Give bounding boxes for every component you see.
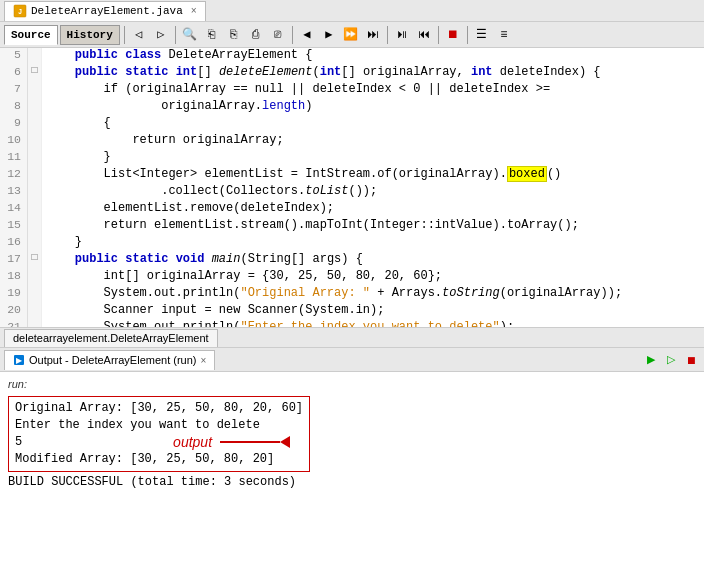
arrow-body xyxy=(220,441,280,443)
collapse-11 xyxy=(28,150,42,167)
toolbar-separator-1 xyxy=(124,26,125,44)
output-icon: ▶ xyxy=(13,354,25,366)
code-line-14: 14 elementList.remove(deleteIndex); xyxy=(0,201,704,218)
file-tab-label: DeleteArrayElement.java xyxy=(31,5,183,17)
line-number-13: 13 xyxy=(0,184,28,201)
code-content-12: List<Integer> elementList = IntStream.of… xyxy=(42,167,704,184)
toolbar-separator-2 xyxy=(175,26,176,44)
collapse-19 xyxy=(28,286,42,303)
line-number-17: 17 xyxy=(0,252,28,269)
collapse-20 xyxy=(28,303,42,320)
collapse-6[interactable]: □ xyxy=(28,65,42,82)
code-line-16: 16 } xyxy=(0,235,704,252)
run-label: run: xyxy=(8,376,696,392)
toolbar-icon-13[interactable]: ≡ xyxy=(494,25,514,45)
code-content-11: } xyxy=(42,150,704,167)
toolbar-icon-5[interactable]: ⎚ xyxy=(268,25,288,45)
output-close-btn[interactable]: × xyxy=(201,355,207,366)
toolbar-icon-12[interactable]: ☰ xyxy=(472,25,492,45)
toolbar-icon-8[interactable]: ⏩ xyxy=(341,25,361,45)
code-line-15: 15 return elementList.stream().mapToInt(… xyxy=(0,218,704,235)
line-number-12: 12 xyxy=(0,167,28,184)
source-btn[interactable]: Source xyxy=(4,25,58,45)
code-line-9: 9 { xyxy=(0,116,704,133)
code-content-21: System.out.println("Enter the index you … xyxy=(42,320,704,327)
output-line: Enter the index you want to delete xyxy=(15,417,303,434)
line-number-6: 6 xyxy=(0,65,28,82)
toolbar-back-btn[interactable]: ◁ xyxy=(129,25,149,45)
code-line-19: 19 System.out.println("Original Array: "… xyxy=(0,286,704,303)
arrow-head xyxy=(280,436,290,448)
code-content-13: .collect(Collectors.toList()); xyxy=(42,184,704,201)
toolbar-separator-4 xyxy=(387,26,388,44)
collapse-14 xyxy=(28,201,42,218)
output-play-btn[interactable]: ▶ xyxy=(642,351,660,369)
toolbar-icon-1[interactable]: 🔍 xyxy=(180,25,200,45)
svg-text:J: J xyxy=(18,8,22,16)
tab-close-btn[interactable]: × xyxy=(191,6,197,17)
toolbar-icon-6[interactable]: ◀ xyxy=(297,25,317,45)
collapse-15 xyxy=(28,218,42,235)
toolbar-icon-10[interactable]: ⏯ xyxy=(392,25,412,45)
bottom-nav-bar: deletearrayelement.DeleteArrayElement xyxy=(0,328,704,348)
class-breadcrumb-label: deletearrayelement.DeleteArrayElement xyxy=(13,332,209,344)
toolbar-icon-7[interactable]: ▶ xyxy=(319,25,339,45)
toolbar-icon-2[interactable]: ⎗ xyxy=(202,25,222,45)
toolbar-separator-5 xyxy=(438,26,439,44)
toolbar-forward-btn[interactable]: ▷ xyxy=(151,25,171,45)
toolbar: Source History ◁ ▷ 🔍 ⎗ ⎘ ⎙ ⎚ ◀ ▶ ⏩ ⏭ ⏯ ⏮… xyxy=(0,22,704,48)
code-content-10: return originalArray; xyxy=(42,133,704,150)
code-line-11: 11 } xyxy=(0,150,704,167)
toolbar-icon-3[interactable]: ⎘ xyxy=(224,25,244,45)
collapse-16 xyxy=(28,235,42,252)
arrow-line xyxy=(220,436,290,448)
code-line-17: 17□ public static void main(String[] arg… xyxy=(0,252,704,269)
code-editor: 5 public class DeleteArrayElement {6□ pu… xyxy=(0,48,704,328)
toolbar-icon-11[interactable]: ⏮ xyxy=(414,25,434,45)
collapse-17[interactable]: □ xyxy=(28,252,42,269)
line-number-10: 10 xyxy=(0,133,28,150)
annotation-label: output xyxy=(173,434,212,450)
output-stop-btn[interactable]: ⏹ xyxy=(682,351,700,369)
output-line: Original Array: [30, 25, 50, 80, 20, 60] xyxy=(15,400,303,417)
svg-text:▶: ▶ xyxy=(16,356,23,365)
class-breadcrumb[interactable]: deletearrayelement.DeleteArrayElement xyxy=(4,329,218,347)
code-line-10: 10 return originalArray; xyxy=(0,133,704,150)
output-tab[interactable]: ▶ Output - DeleteArrayElement (run) × xyxy=(4,350,215,370)
output-line: Modified Array: [30, 25, 50, 80, 20] xyxy=(15,451,303,468)
build-status: BUILD SUCCESSFUL (total time: 3 seconds) xyxy=(8,474,696,490)
toolbar-separator-3 xyxy=(292,26,293,44)
toolbar-stop-btn[interactable]: ⏹ xyxy=(443,25,463,45)
code-line-7: 7 if (originalArray == null || deleteInd… xyxy=(0,82,704,99)
line-number-20: 20 xyxy=(0,303,28,320)
file-tab[interactable]: J DeleteArrayElement.java × xyxy=(4,1,206,21)
toolbar-separator-6 xyxy=(467,26,468,44)
code-content-14: elementList.remove(deleteIndex); xyxy=(42,201,704,218)
code-content-8: originalArray.length) xyxy=(42,99,704,116)
line-number-9: 9 xyxy=(0,116,28,133)
collapse-13 xyxy=(28,184,42,201)
code-line-20: 20 Scanner input = new Scanner(System.in… xyxy=(0,303,704,320)
line-number-15: 15 xyxy=(0,218,28,235)
collapse-7 xyxy=(28,82,42,99)
toolbar-icon-4[interactable]: ⎙ xyxy=(246,25,266,45)
code-line-21: 21 System.out.println("Enter the index y… xyxy=(0,320,704,327)
code-content-6: public static int[] deleteElement(int[] … xyxy=(42,65,704,82)
line-number-8: 8 xyxy=(0,99,28,116)
code-content-17: public static void main(String[] args) { xyxy=(42,252,704,269)
code-content-9: { xyxy=(42,116,704,133)
code-line-12: 12 List<Integer> elementList = IntStream… xyxy=(0,167,704,184)
tab-bar: J DeleteArrayElement.java × xyxy=(0,0,704,22)
output-play2-btn[interactable]: ▷ xyxy=(662,351,680,369)
code-content-19: System.out.println("Original Array: " + … xyxy=(42,286,704,303)
code-content-16: } xyxy=(42,235,704,252)
java-file-icon: J xyxy=(13,4,27,18)
toolbar-icon-9[interactable]: ⏭ xyxy=(363,25,383,45)
line-number-16: 16 xyxy=(0,235,28,252)
code-line-13: 13 .collect(Collectors.toList()); xyxy=(0,184,704,201)
collapse-21 xyxy=(28,320,42,327)
line-number-19: 19 xyxy=(0,286,28,303)
history-btn[interactable]: History xyxy=(60,25,120,45)
output-panel: run: Original Array: [30, 25, 50, 80, 20… xyxy=(0,372,704,587)
line-number-11: 11 xyxy=(0,150,28,167)
